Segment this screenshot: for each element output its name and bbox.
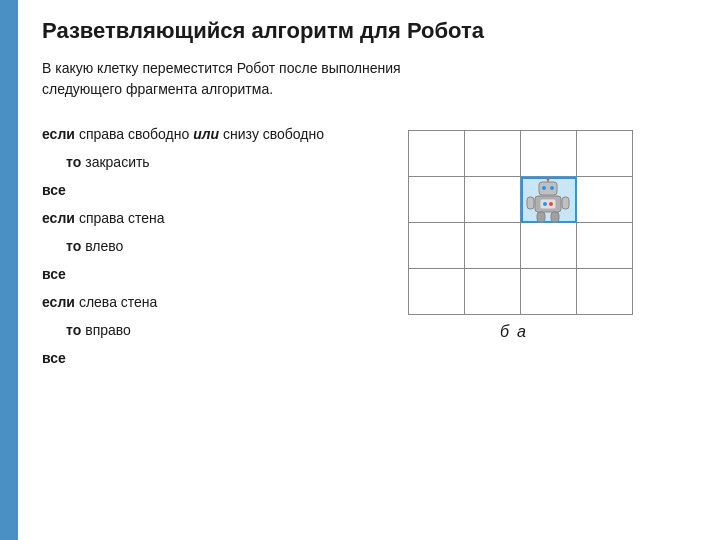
grid-cell [577,269,633,315]
algo-text-8: вправо [85,316,131,344]
svg-rect-10 [562,197,569,209]
algo-text-2: закрасить [85,148,149,176]
grid-cell [521,269,577,315]
main-area: если справа свободно или снизу свободно … [42,120,696,528]
algo-row-9: все [42,344,324,372]
svg-rect-0 [539,182,557,195]
algo-row-8: то вправо [42,316,324,344]
label-б: б [500,323,509,341]
page-title: Разветвляющийся алгоритм для Робота [42,18,696,44]
grid-cell [409,223,465,269]
grid-area: б а [344,120,696,528]
svg-point-1 [542,186,546,190]
label-а: а [517,323,526,341]
algo-row-3: все [42,176,324,204]
grid-container [408,130,633,315]
grid-cell [465,223,521,269]
indent-3 [42,316,62,344]
robot-icon [523,179,573,223]
algo-text-1b: снизу свободно [223,120,324,148]
grid-cell [465,269,521,315]
indent-1 [42,148,62,176]
grid-cell [577,223,633,269]
keyword-ili: или [193,120,219,148]
indent-2 [42,232,62,260]
keyword-to-2: то [66,232,81,260]
algo-row-2: то закрасить [42,148,324,176]
svg-point-2 [550,186,554,190]
keyword-to-1: то [66,148,81,176]
svg-rect-12 [551,212,559,222]
grid-cell [577,177,633,223]
algo-text-4: справа стена [79,204,165,232]
grid-cell [577,131,633,177]
svg-point-7 [543,202,547,206]
grid-cell [521,223,577,269]
algo-text-1: справа свободно [79,120,189,148]
svg-point-4 [546,179,549,181]
keyword-to-3: то [66,316,81,344]
grid-cell [409,177,465,223]
description-text: В какую клетку переместится Робот после … [42,58,462,100]
grid-cell [521,131,577,177]
algo-row-4: если справа стена [42,204,324,232]
algo-row-7: если слева стена [42,288,324,316]
keyword-esli-2: если [42,204,75,232]
algo-row-1: если справа свободно или снизу свободно [42,120,324,148]
grid-cell [409,269,465,315]
keyword-vse-3: все [42,344,66,372]
page: Разветвляющийся алгоритм для Робота В ка… [0,0,720,540]
algorithm-block: если справа свободно или снизу свободно … [42,120,324,528]
algo-text-5: влево [85,232,123,260]
algo-row-6: все [42,260,324,288]
labels-row: б а [500,323,540,341]
algo-text-7: слева стена [79,288,157,316]
svg-rect-9 [527,197,534,209]
svg-rect-6 [540,199,556,209]
keyword-vse-1: все [42,176,66,204]
algo-row-5: то влево [42,232,324,260]
content-area: Разветвляющийся алгоритм для Робота В ка… [18,0,720,540]
robot-grid [408,130,633,315]
keyword-esli-1: если [42,120,75,148]
svg-point-8 [549,202,553,206]
left-accent-bar [0,0,18,540]
grid-cell [409,131,465,177]
svg-rect-11 [537,212,545,222]
keyword-esli-3: если [42,288,75,316]
grid-cell [465,131,521,177]
keyword-vse-2: все [42,260,66,288]
grid-cell [465,177,521,223]
grid-cell [521,177,577,223]
